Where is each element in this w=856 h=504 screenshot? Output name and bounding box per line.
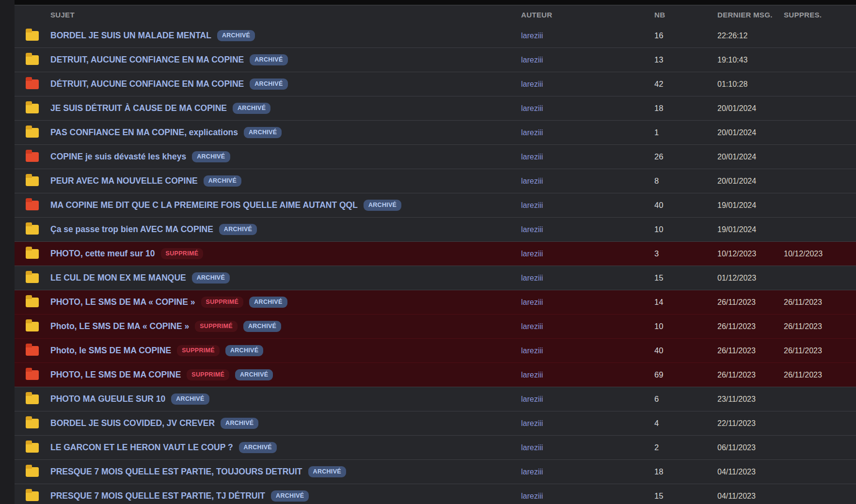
- archived-badge: ARCHIVÉ: [192, 272, 230, 284]
- topics-table: SUJET AUTEUR NB DERNIER MSG. SUPPRES. BO…: [15, 5, 856, 504]
- red-folder-icon: [26, 346, 39, 356]
- folder-cell: [15, 443, 50, 453]
- topic-title-link[interactable]: PRESQUE 7 MOIS QUELLE EST PARTIE, TOUJOU…: [50, 467, 302, 477]
- author-link[interactable]: lareziii: [521, 104, 654, 113]
- yellow-folder-icon: [26, 419, 39, 428]
- author-link[interactable]: lareziii: [521, 153, 654, 161]
- message-count: 13: [654, 55, 717, 64]
- topic-title-link[interactable]: PHOTO, cette meuf sur 10: [50, 249, 155, 259]
- topic-rows-container: BORDEL JE SUIS UN MALADE MENTAL ARCHIVÉ …: [15, 24, 856, 504]
- folder-cell: [15, 419, 50, 428]
- author-link[interactable]: lareziii: [521, 56, 654, 64]
- table-row[interactable]: DETRUIT, AUCUNE CONFIANCE EN MA COPINE A…: [15, 47, 856, 72]
- topic-title-link[interactable]: BORDEL JE SUIS COVIDED, JV CREVER: [50, 418, 215, 428]
- folder-cell: [15, 346, 50, 356]
- topic-title-link[interactable]: PHOTO, LE SMS DE MA « COPINE »: [50, 297, 195, 307]
- message-count: 8: [654, 176, 717, 186]
- topic-title-link[interactable]: Photo, le SMS DE MA COPINE: [50, 346, 171, 356]
- table-row[interactable]: PRESQUE 7 MOIS QUELLE EST PARTIE, TOUJOU…: [15, 459, 856, 484]
- last-message-date: 04/11/2023: [717, 492, 784, 501]
- author-link[interactable]: lareziii: [521, 298, 654, 307]
- author-link[interactable]: lareziii: [521, 322, 654, 331]
- table-row[interactable]: MA COPINE ME DIT QUE C LA PREMEIRE FOIS …: [15, 193, 856, 217]
- table-row[interactable]: PEUR AVEC MA NOUVELLE COPINE ARCHIVÉ lar…: [15, 169, 856, 193]
- archived-badge: ARCHIVÉ: [250, 79, 287, 90]
- author-link[interactable]: lareziii: [521, 80, 654, 89]
- topic-title-link[interactable]: PHOTO, LE SMS DE MA COPINE: [50, 370, 181, 380]
- author-link[interactable]: lareziii: [521, 492, 654, 501]
- topic-title-link[interactable]: PHOTO MA GUEULE SUR 10: [50, 394, 165, 404]
- author-link[interactable]: lareziii: [521, 128, 654, 137]
- table-header-row: SUJET AUTEUR NB DERNIER MSG. SUPPRES.: [15, 5, 856, 24]
- deleted-date: 10/12/2023: [784, 250, 856, 258]
- column-header-author[interactable]: AUTEUR: [521, 11, 654, 19]
- subject-cell: PRESQUE 7 MOIS QUELLE EST PARTIE, TJ DÉT…: [50, 490, 521, 502]
- last-message-date: 26/11/2023: [717, 346, 784, 355]
- topic-title-link[interactable]: COPINE je suis dévasté les kheys: [50, 152, 186, 162]
- topic-title-link[interactable]: MA COPINE ME DIT QUE C LA PREMEIRE FOIS …: [50, 200, 358, 210]
- topic-title-link[interactable]: DÉTRUIT, AUCUNE CONFIANCE EN MA COPINE: [50, 79, 244, 89]
- table-row[interactable]: COPINE je suis dévasté les kheys ARCHIVÉ…: [15, 144, 856, 169]
- table-row[interactable]: PHOTO, LE SMS DE MA COPINE SUPPRIMÉARCHI…: [15, 362, 856, 387]
- archived-badge: ARCHIVÉ: [271, 490, 309, 502]
- table-row[interactable]: PHOTO, LE SMS DE MA « COPINE » SUPPRIMÉA…: [15, 290, 856, 314]
- last-message-date: 26/11/2023: [717, 298, 784, 307]
- author-link[interactable]: lareziii: [521, 443, 654, 452]
- message-count: 10: [654, 322, 717, 331]
- deleted-date: 26/11/2023: [784, 346, 856, 355]
- topic-title-link[interactable]: LE GARCON ET LE HERON VAUT LE COUP ?: [50, 442, 233, 453]
- archived-badge: ARCHIVÉ: [364, 200, 401, 211]
- table-row[interactable]: PHOTO MA GUEULE SUR 10 ARCHIVÉ lareziii …: [15, 387, 856, 411]
- folder-cell: [15, 152, 50, 162]
- table-row[interactable]: Ça se passe trop bien AVEC MA COPINE ARC…: [15, 217, 856, 241]
- author-link[interactable]: lareziii: [521, 177, 654, 186]
- table-row[interactable]: JE SUIS DÉTRUIT À CAUSE DE MA COPINE ARC…: [15, 96, 856, 120]
- topic-title-link[interactable]: PEUR AVEC MA NOUVELLE COPINE: [50, 176, 198, 186]
- subject-cell: MA COPINE ME DIT QUE C LA PREMEIRE FOIS …: [50, 200, 521, 211]
- author-link[interactable]: lareziii: [521, 395, 654, 404]
- table-row[interactable]: PRESQUE 7 MOIS QUELLE EST PARTIE, TJ DÉT…: [15, 484, 856, 504]
- author-link[interactable]: lareziii: [521, 371, 654, 379]
- topic-title-link[interactable]: PAS CONFIANCE EN MA COPINE, explications: [50, 127, 238, 138]
- last-message-date: 22/11/2023: [717, 419, 784, 428]
- author-link[interactable]: lareziii: [521, 419, 654, 428]
- column-header-subject[interactable]: SUJET: [50, 11, 521, 19]
- folder-cell: [15, 467, 50, 477]
- folder-cell: [15, 298, 50, 307]
- author-link[interactable]: lareziii: [521, 468, 654, 476]
- column-header-deleted[interactable]: SUPPRES.: [784, 11, 856, 19]
- table-row[interactable]: Photo, le SMS DE MA COPINE SUPPRIMÉARCHI…: [15, 338, 856, 362]
- table-row[interactable]: Photo, LE SMS DE MA « COPINE » SUPPRIMÉA…: [15, 314, 856, 338]
- column-header-count[interactable]: NB: [654, 11, 717, 19]
- message-count: 15: [654, 491, 717, 501]
- table-row[interactable]: LE CUL DE MON EX ME MANQUE ARCHIVÉ larez…: [15, 266, 856, 290]
- topic-title-link[interactable]: Ça se passe trop bien AVEC MA COPINE: [50, 224, 213, 235]
- author-link[interactable]: lareziii: [521, 250, 654, 258]
- folder-cell: [15, 322, 50, 331]
- folder-cell: [15, 491, 50, 501]
- table-row[interactable]: BORDEL JE SUIS UN MALADE MENTAL ARCHIVÉ …: [15, 24, 856, 47]
- author-link[interactable]: lareziii: [521, 201, 654, 210]
- table-row[interactable]: DÉTRUIT, AUCUNE CONFIANCE EN MA COPINE A…: [15, 72, 856, 96]
- table-row[interactable]: PHOTO, cette meuf sur 10 SUPPRIMÉ larezi…: [15, 241, 856, 266]
- folder-cell: [15, 249, 50, 259]
- table-row[interactable]: PAS CONFIANCE EN MA COPINE, explications…: [15, 120, 856, 144]
- topic-title-link[interactable]: BORDEL JE SUIS UN MALADE MENTAL: [50, 31, 211, 41]
- author-link[interactable]: lareziii: [521, 346, 654, 355]
- yellow-folder-icon: [26, 128, 39, 138]
- red-folder-icon: [26, 79, 39, 89]
- table-row[interactable]: LE GARCON ET LE HERON VAUT LE COUP ? ARC…: [15, 435, 856, 459]
- topic-title-link[interactable]: JE SUIS DÉTRUIT À CAUSE DE MA COPINE: [50, 103, 227, 113]
- author-link[interactable]: lareziii: [521, 32, 654, 40]
- yellow-folder-icon: [26, 394, 39, 404]
- topic-title-link[interactable]: DETRUIT, AUCUNE CONFIANCE EN MA COPINE: [50, 55, 244, 65]
- topic-title-link[interactable]: LE CUL DE MON EX ME MANQUE: [50, 273, 186, 283]
- table-row[interactable]: BORDEL JE SUIS COVIDED, JV CREVER ARCHIV…: [15, 411, 856, 435]
- author-link[interactable]: lareziii: [521, 225, 654, 234]
- folder-cell: [15, 31, 50, 41]
- column-header-last-msg[interactable]: DERNIER MSG.: [717, 11, 784, 19]
- author-link[interactable]: lareziii: [521, 274, 654, 283]
- message-count: 18: [654, 467, 717, 476]
- topic-title-link[interactable]: PRESQUE 7 MOIS QUELLE EST PARTIE, TJ DÉT…: [50, 491, 265, 501]
- topic-title-link[interactable]: Photo, LE SMS DE MA « COPINE »: [50, 321, 189, 331]
